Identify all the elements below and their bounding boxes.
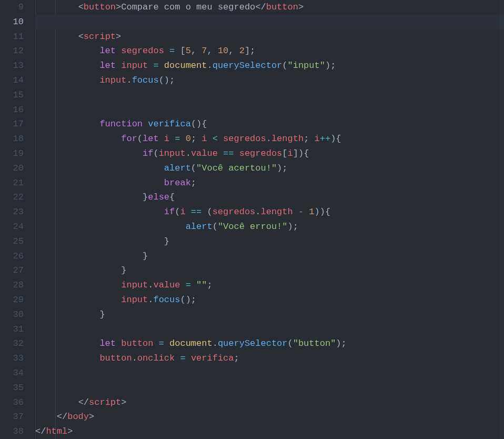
token-var: segredos bbox=[121, 46, 164, 56]
code-line[interactable]: let input = document.querySelector("inpu… bbox=[35, 58, 504, 73]
token-text bbox=[116, 338, 121, 348]
token-text: . bbox=[207, 61, 212, 71]
line-number: 23 bbox=[0, 205, 24, 219]
token-op: = bbox=[153, 61, 158, 71]
code-line[interactable]: function verifica(){ bbox=[35, 117, 504, 132]
code-line[interactable]: break; bbox=[35, 176, 504, 191]
token-tag: button bbox=[84, 2, 116, 12]
token-kw: if bbox=[143, 148, 153, 158]
code-line[interactable]: <script> bbox=[35, 29, 504, 44]
line-number: 12 bbox=[0, 44, 24, 58]
code-line[interactable] bbox=[35, 88, 504, 103]
token-prop: onclick bbox=[137, 353, 175, 363]
code-line[interactable]: <button>Compare com o meu segredo</butto… bbox=[35, 0, 504, 15]
token-text bbox=[180, 280, 185, 290]
code-line[interactable] bbox=[35, 322, 504, 337]
line-number: 25 bbox=[0, 234, 24, 249]
token-text bbox=[175, 353, 180, 363]
token-text bbox=[116, 61, 121, 71]
token-fn: alert bbox=[186, 222, 213, 232]
code-line[interactable]: } bbox=[35, 307, 504, 322]
token-op: = bbox=[180, 353, 185, 363]
code-line[interactable]: let segredos = [5, 7, 10, 2]; bbox=[35, 44, 504, 58]
token-angle: < bbox=[78, 2, 84, 12]
code-line[interactable]: alert("Você acertou!"); bbox=[35, 161, 504, 176]
token-fn: querySelector bbox=[213, 61, 283, 71]
token-text bbox=[164, 338, 169, 348]
token-str: "button" bbox=[293, 338, 336, 348]
token-tag: body bbox=[67, 412, 89, 422]
code-area[interactable]: <button>Compare com o meu segredo</butto… bbox=[35, 0, 504, 439]
token-text bbox=[164, 46, 169, 56]
token-text: ; bbox=[207, 280, 212, 290]
token-text: ( bbox=[191, 163, 196, 173]
token-text bbox=[159, 61, 164, 71]
token-num: 7 bbox=[201, 46, 207, 56]
token-var: i bbox=[288, 148, 293, 158]
code-line[interactable]: input.value = ""; bbox=[35, 278, 504, 293]
code-line[interactable]: alert("Você errou!"); bbox=[35, 219, 504, 234]
token-text bbox=[304, 207, 309, 217]
code-line[interactable] bbox=[35, 103, 504, 117]
line-number: 21 bbox=[0, 176, 24, 191]
code-line[interactable]: } bbox=[35, 263, 504, 278]
line-number: 14 bbox=[0, 73, 24, 88]
line-number: 38 bbox=[0, 424, 24, 439]
token-var: input bbox=[121, 295, 148, 305]
code-line[interactable]: </script> bbox=[35, 395, 504, 410]
code-line[interactable]: if(i == (segredos.length - 1)){ bbox=[35, 205, 504, 219]
token-text: ]; bbox=[245, 46, 255, 56]
token-str: "Você errou!" bbox=[218, 222, 288, 232]
token-text: ( bbox=[175, 207, 180, 217]
token-kw: function bbox=[99, 119, 143, 129]
token-text: Compare com o meu segredo bbox=[121, 2, 255, 12]
code-line[interactable]: input.focus(); bbox=[35, 73, 504, 88]
token-text bbox=[207, 134, 212, 144]
code-line[interactable]: </body> bbox=[35, 410, 504, 424]
line-number: 19 bbox=[0, 146, 24, 161]
code-line[interactable]: if(input.value == segredos[i]){ bbox=[35, 146, 504, 161]
token-text: . bbox=[255, 207, 260, 217]
code-editor[interactable]: 9101112131415161718192021222324252627282… bbox=[0, 0, 504, 439]
code-line[interactable] bbox=[35, 15, 504, 29]
scrollbar-track[interactable] bbox=[500, 0, 504, 439]
token-text: . bbox=[148, 280, 153, 290]
line-number: 9 bbox=[0, 0, 24, 15]
token-text: { bbox=[169, 192, 175, 202]
token-var: i bbox=[164, 134, 169, 144]
line-number: 30 bbox=[0, 307, 24, 322]
token-angle: > bbox=[89, 412, 94, 422]
code-line[interactable]: button.onclick = verifica; bbox=[35, 351, 504, 366]
code-line[interactable]: input.focus(); bbox=[35, 293, 504, 307]
token-text: ( bbox=[201, 207, 212, 217]
token-prop: length bbox=[261, 207, 293, 217]
code-line[interactable]: } bbox=[35, 249, 504, 264]
token-var: input bbox=[121, 280, 148, 290]
token-text bbox=[143, 119, 148, 129]
token-text: (); bbox=[159, 75, 175, 85]
token-kw: if bbox=[164, 207, 175, 217]
token-text: } bbox=[143, 192, 148, 202]
token-op: = bbox=[175, 134, 180, 144]
token-text: (); bbox=[180, 295, 196, 305]
token-text bbox=[153, 338, 158, 348]
code-line[interactable]: </html> bbox=[35, 424, 504, 439]
token-text: ( bbox=[282, 61, 287, 71]
code-line[interactable]: }else{ bbox=[35, 190, 504, 205]
token-op: == bbox=[223, 148, 234, 158]
code-line[interactable]: } bbox=[35, 234, 504, 249]
token-text: } bbox=[164, 236, 169, 246]
token-text bbox=[218, 148, 223, 158]
token-varp: document bbox=[164, 61, 207, 71]
token-text: , bbox=[191, 46, 201, 56]
code-line[interactable]: for(let i = 0; i < segredos.length; i++)… bbox=[35, 132, 504, 146]
token-text: . bbox=[126, 75, 132, 85]
token-text: . bbox=[266, 134, 271, 144]
code-line[interactable] bbox=[35, 381, 504, 395]
code-line[interactable] bbox=[35, 366, 504, 381]
code-line[interactable]: let button = document.querySelector("but… bbox=[35, 336, 504, 351]
token-str: "" bbox=[196, 280, 207, 290]
token-num: 0 bbox=[186, 134, 191, 144]
token-text: ]){ bbox=[293, 148, 309, 158]
token-text: [ bbox=[175, 46, 185, 56]
